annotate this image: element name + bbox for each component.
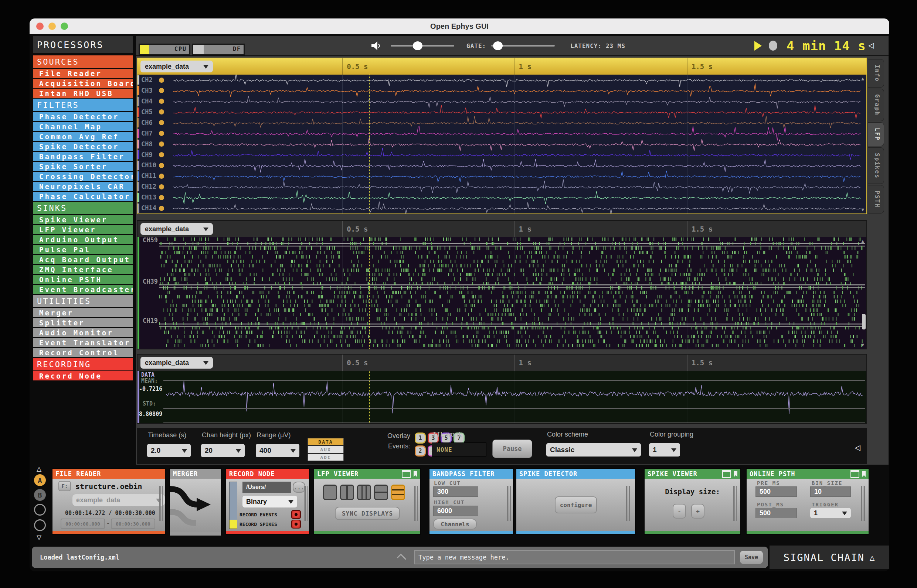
post-ms-field[interactable]: 500 [755,508,797,518]
chevron-up-icon[interactable] [397,554,406,563]
record-path-field[interactable]: /Users/ [243,481,291,493]
scroll-down-icon[interactable]: ▼ [861,342,864,347]
stream-selector-1[interactable]: example_data [141,61,213,73]
lfp-viewer-editor[interactable]: LFP VIEWER SYNC DISPLAYS [313,468,421,535]
sidebar-item-pulse-pal[interactable]: Pulse Pal [33,245,133,254]
file-stream-select[interactable]: example_data [73,494,165,506]
collapse-options-icon[interactable]: ◁ [855,443,860,452]
signal-chain-toggle[interactable]: SIGNAL CHAIN △ [770,546,889,569]
channels-button[interactable]: Channels [433,519,477,530]
collapse-toolbar-icon[interactable]: ◁ [868,40,874,50]
drag-handle[interactable] [507,486,511,521]
open-window-icon[interactable] [722,470,731,478]
sidebar-item-online-psth[interactable]: Online PSTH [33,275,133,284]
sidebar-item-event-translator[interactable]: Event Translator [33,338,133,347]
color-grouping-select[interactable]: 1 [649,443,680,457]
sidebar-item-bandpass-filter[interactable]: Bandpass Filter [33,152,133,161]
display-size-increase-button[interactable]: + [691,504,705,519]
volume-slider-thumb[interactable] [413,41,423,50]
tab-lfp[interactable]: LFP [868,122,884,146]
sidebar-item-record-control[interactable]: Record Control [33,348,133,357]
sidebar-item-phase-calculator[interactable]: Phase Calculator [33,192,133,201]
chain-slot-b-button[interactable]: B [34,489,46,501]
layout-three-columns-button[interactable] [357,485,371,500]
color-scheme-select[interactable]: Classic [546,443,641,457]
sidebar-item-zmq-interface[interactable]: ZMQ Interface [33,265,133,274]
bandpass-filter-editor[interactable]: BANDPASS FILTER LOW_CUT 300 HIGH_CUT 600… [429,468,514,535]
chain-slot-empty-2[interactable] [34,519,46,531]
record-spikes-toggle[interactable] [291,520,301,528]
sidebar-item-spike-viewer[interactable]: Spike Viewer [33,215,133,224]
sidebar-item-merger[interactable]: Merger [33,308,133,317]
tab-info[interactable]: Info [868,59,884,87]
open-tab-icon[interactable] [862,471,866,477]
buffer-adc-button[interactable]: ADC [308,454,344,461]
scroll-chain-up-icon[interactable]: △ [37,465,41,473]
bin-size-field[interactable]: 10 [810,486,851,497]
spike-detector-editor[interactable]: SPIKE DETECTOR configure [515,468,636,535]
sidebar-item-neuropixels-car[interactable]: Neuropixels CAR [33,182,133,191]
online-psth-editor[interactable]: ONLINE PSTH PRE_MS 500 BIN_SIZE 10 POST_… [746,468,869,535]
sidebar-item-record-node[interactable]: Record Node [33,371,133,380]
sidebar-item-spike-sorter[interactable]: Spike Sorter [33,162,133,171]
zoom-window-button[interactable] [61,23,68,30]
layout-two-columns-button[interactable] [340,485,354,500]
scrollbar-thumb[interactable] [862,314,866,330]
drag-handle[interactable] [626,486,630,521]
low-cut-field[interactable]: 300 [433,486,478,497]
scroll-down-icon[interactable]: ▼ [861,207,864,212]
trigger-select[interactable]: 1 [810,508,851,518]
event-channel-1-button[interactable]: 1 [415,433,426,444]
stream-selector-2[interactable]: example_data [141,223,213,235]
sidebar-item-acquisition-board[interactable]: Acquisition Board [33,79,133,88]
record-button[interactable] [769,40,777,51]
configure-button[interactable]: configure [555,496,597,514]
sidebar-item-common-avg-ref[interactable]: Common Avg Ref [33,132,133,141]
pre-ms-field[interactable]: 500 [755,486,797,497]
display-size-decrease-button[interactable]: - [673,504,686,519]
high-cut-field[interactable]: 6000 [433,506,478,516]
scroll-up-icon[interactable]: ▲ [861,239,864,243]
playback-end-field[interactable]: 00:00:30.000 [111,519,155,529]
drag-handle[interactable] [414,486,418,521]
record-events-toggle[interactable] [291,510,301,519]
buffer-data-button[interactable]: DATA [308,438,344,446]
range-select[interactable]: 400 [256,444,300,457]
sidebar-item-splitter[interactable]: Splitter [33,318,133,327]
merger-editor[interactable]: MERGER [169,468,222,535]
sidebar-item-acq-board-output[interactable]: Acq Board Output [33,255,133,264]
pause-button[interactable]: Pause [493,439,532,458]
message-input[interactable] [414,550,735,564]
sidebar-item-audio-monitor[interactable]: Audio Monitor [33,328,133,337]
drag-handle[interactable] [304,486,308,521]
sidebar-item-file-reader[interactable]: File Reader [33,69,133,78]
save-button[interactable]: Save [740,551,763,564]
open-window-icon[interactable] [402,470,411,478]
minimize-window-button[interactable] [49,23,56,30]
open-window-icon[interactable] [851,470,859,478]
layout-two-rows-button[interactable] [374,485,388,500]
scroll-up-icon[interactable]: ▲ [861,76,864,81]
tab-graph[interactable]: Graph [868,89,884,121]
layout-single-button[interactable] [323,485,337,500]
sidebar-item-lfp-viewer[interactable]: LFP Viewer [33,225,133,234]
scroll-chain-down-icon[interactable]: ▽ [37,533,41,541]
sidebar-item-spike-detector[interactable]: Spike Detector [33,142,133,151]
spike-viewer-editor[interactable]: SPIKE VIEWER Display size: - + [644,468,741,535]
tab-spikes[interactable]: Spikes [868,147,884,184]
close-window-button[interactable] [36,23,44,30]
play-button[interactable] [754,41,762,51]
open-tab-icon[interactable] [413,471,417,477]
sync-displays-button[interactable]: SYNC DISPLAYS [335,507,400,520]
playback-start-field[interactable]: 00:00:00.000 [61,519,105,529]
record-node-editor[interactable]: RECORD NODE /Users/ ... Binary RECORD EV… [225,468,310,535]
sidebar-item-event-broadcaster[interactable]: Event Broadcaster [33,285,133,294]
chain-slot-a-button[interactable]: A [34,474,46,486]
chain-slot-empty-1[interactable] [34,504,46,515]
drag-handle[interactable] [733,486,737,521]
stream-selector-3[interactable]: example_data [141,357,213,368]
sidebar-item-phase-detector[interactable]: Phase Detector [33,112,133,121]
drag-handle[interactable] [159,486,163,521]
event-channel-2-button[interactable]: 2 [415,446,426,457]
buffer-aux-button[interactable]: AUX [308,446,344,453]
